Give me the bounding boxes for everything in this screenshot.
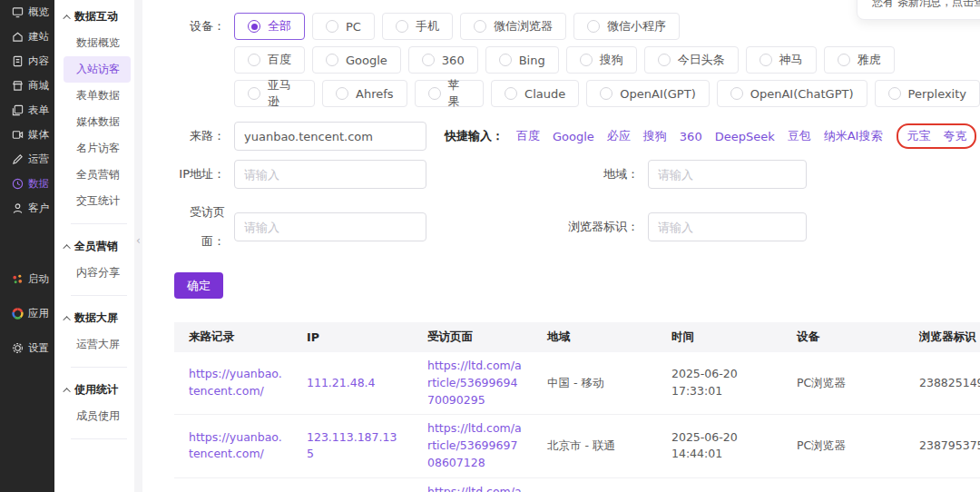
submenu-item-inbound-visitors[interactable]: 入站访客 bbox=[64, 56, 131, 83]
sidebar-item-label: 应用 bbox=[28, 307, 49, 320]
submenu-section-data-screen[interactable]: 数据大屏 bbox=[54, 305, 134, 331]
browser-id-input[interactable] bbox=[648, 212, 807, 241]
submenu-section-data-interaction[interactable]: 数据互动 bbox=[54, 4, 134, 30]
sidebar-item-label: 客户 bbox=[28, 202, 49, 215]
quick-link-bing[interactable]: 必应 bbox=[607, 128, 631, 144]
device-chip-openai-chatgpt[interactable]: OpenAI(ChatGPT) bbox=[717, 80, 867, 107]
visited-page-input[interactable] bbox=[234, 212, 426, 241]
device-chip-wechat-browser[interactable]: 微信浏览器 bbox=[460, 13, 566, 40]
chip-label: 苹果 bbox=[448, 77, 470, 110]
sidebar-item-overview[interactable]: 概览 bbox=[0, 0, 54, 25]
referrer-link[interactable]: https://yuanbao.tencent.com/ bbox=[174, 487, 292, 492]
quick-link-yuanbao[interactable]: 元宝 bbox=[906, 128, 930, 144]
chip-label: 百度 bbox=[268, 52, 291, 68]
device-chip-wechat-miniprogram[interactable]: 微信小程序 bbox=[573, 13, 680, 40]
device-chip-yahoo[interactable]: 雅虎 bbox=[824, 46, 895, 74]
quick-link-baidu[interactable]: 百度 bbox=[516, 128, 540, 144]
device-chip-pc[interactable]: PC bbox=[312, 13, 375, 40]
ip-link[interactable]: 111.21.48.4 bbox=[292, 369, 413, 398]
visited-page-link[interactable]: https://ltd.com/article/5369969708607128 bbox=[413, 415, 533, 477]
quick-link-doubao[interactable]: 豆包 bbox=[788, 128, 811, 144]
sidebar-item-launch[interactable]: 启动 bbox=[0, 269, 54, 289]
device-chip-group: 全部 PC 手机 微信浏览器 微信小程序 百度 Google 360 Bing … bbox=[234, 13, 980, 107]
visitor-table: 来路记录 IP 受访页面 地域 时间 设备 浏览器标识? https://yua… bbox=[174, 322, 980, 492]
store-icon bbox=[11, 80, 24, 93]
quick-link-360[interactable]: 360 bbox=[680, 130, 702, 143]
col-ip: IP bbox=[292, 330, 413, 344]
referrer-link[interactable]: https://yuanbao.tencent.com/ bbox=[174, 424, 292, 469]
sidebar-item-label: 商城 bbox=[28, 79, 49, 93]
submenu-section-usage-stats[interactable]: 使用统计 bbox=[54, 377, 134, 403]
device-chip-shenma[interactable]: 神马 bbox=[746, 46, 817, 74]
submenu-item-data-overview[interactable]: 数据概览 bbox=[54, 30, 134, 56]
sidebar-collapse-handle[interactable]: ‹ bbox=[134, 231, 142, 251]
device-chip-perplexity[interactable]: Perplexity bbox=[875, 80, 980, 107]
pen-icon bbox=[11, 153, 24, 166]
notification-tooltip[interactable]: 您有 条新消息，点击查看 bbox=[857, 0, 980, 20]
sidebar-item-site[interactable]: 建站 bbox=[0, 25, 54, 49]
quick-link-kuake[interactable]: 夸克 bbox=[943, 128, 966, 144]
video-icon bbox=[11, 129, 24, 142]
sidebar-item-label: 概览 bbox=[28, 5, 49, 19]
visited-page-link[interactable]: https://ltd.com/article/5369969470090295 bbox=[413, 352, 533, 414]
submenu-item-member-usage[interactable]: 成员使用 bbox=[54, 403, 134, 429]
device-chip-toutiao[interactable]: 今日头条 bbox=[644, 46, 739, 74]
device-chip-sogou[interactable]: 搜狗 bbox=[566, 46, 637, 74]
browser-id-cell: 238795375 bbox=[905, 432, 980, 460]
device-chip-all[interactable]: 全部 bbox=[234, 13, 305, 40]
ip-link[interactable]: 123.113.187.135 bbox=[292, 424, 413, 469]
submenu-item-content-share[interactable]: 内容分享 bbox=[54, 260, 134, 286]
submenu-item-operation-screen[interactable]: 运营大屏 bbox=[54, 331, 134, 358]
region-input[interactable] bbox=[648, 160, 807, 189]
quick-link-sogou[interactable]: 搜狗 bbox=[643, 128, 667, 144]
chip-label: 全部 bbox=[268, 18, 291, 34]
device-chip-apple[interactable]: 苹果 bbox=[415, 80, 484, 107]
time-cell: 2025-06-20 14:44:01 bbox=[657, 424, 782, 469]
sidebar-item-media[interactable]: 媒体 bbox=[0, 123, 54, 147]
ip-input[interactable] bbox=[234, 160, 426, 189]
submenu-item-all-staff-marketing[interactable]: 全员营销 bbox=[54, 162, 134, 188]
device-chip-baidu[interactable]: 百度 bbox=[234, 46, 305, 74]
device-chip-ahrefs[interactable]: Ahrefs bbox=[322, 80, 407, 107]
device-chip-claude[interactable]: Claude bbox=[491, 80, 579, 107]
submenu-item-form-data[interactable]: 表单数据 bbox=[54, 83, 134, 109]
submenu-item-interaction-stats[interactable]: 交互统计 bbox=[54, 188, 134, 214]
collapse-caret-icon bbox=[63, 316, 70, 323]
referrer-input[interactable] bbox=[234, 122, 426, 151]
quick-link-nami-ai[interactable]: 纳米AI搜索 bbox=[824, 128, 883, 144]
page-ua-row: 受访页面： 浏览器标识： bbox=[174, 198, 980, 256]
device-chip-google[interactable]: Google bbox=[312, 46, 401, 74]
divider bbox=[71, 367, 127, 368]
chip-label: 雅虎 bbox=[858, 52, 881, 68]
device-label: 设备： bbox=[174, 13, 225, 40]
sidebar-item-settings[interactable]: 设置 bbox=[0, 338, 54, 358]
confirm-button[interactable]: 确定 bbox=[174, 272, 223, 299]
sidebar-item-apps[interactable]: 应用 bbox=[0, 303, 54, 323]
device-chip-openai-gpt[interactable]: OpenAI(GPT) bbox=[586, 80, 709, 107]
sidebar-item-mall[interactable]: 商城 bbox=[0, 74, 54, 98]
sidebar-item-operation[interactable]: 运营 bbox=[0, 147, 54, 172]
sidebar-item-forms[interactable]: 表单 bbox=[0, 98, 54, 123]
region-cell: 中国 - 移动 bbox=[533, 369, 657, 398]
referrer-link[interactable]: https://yuanbao.tencent.com/ bbox=[174, 360, 292, 406]
device-chip-amazon[interactable]: 亚马逊 bbox=[234, 80, 315, 107]
radio-selected-icon bbox=[248, 20, 260, 33]
sidebar-item-customers[interactable]: 客户 bbox=[0, 196, 54, 221]
col-region: 地域 bbox=[533, 330, 657, 345]
submenu-item-card-visitors[interactable]: 名片访客 bbox=[54, 135, 134, 162]
sidebar-item-label: 内容 bbox=[28, 54, 49, 68]
device-chip-360[interactable]: 360 bbox=[408, 46, 478, 74]
chip-label: 手机 bbox=[416, 18, 439, 34]
time-cell: 2025-06-20 08:36:44 bbox=[657, 487, 782, 492]
sidebar-item-data[interactable]: 数据 bbox=[0, 172, 54, 196]
submenu-item-media-data[interactable]: 媒体数据 bbox=[54, 109, 134, 135]
visited-page-link[interactable]: https://ltd.com/article/5365656128433745 bbox=[413, 478, 533, 492]
submenu-section-marketing[interactable]: 全员营销 bbox=[54, 233, 134, 260]
device-chip-mobile[interactable]: 手机 bbox=[382, 13, 453, 40]
quick-link-deepseek[interactable]: DeepSeek bbox=[715, 130, 775, 143]
sidebar-item-content[interactable]: 内容 bbox=[0, 49, 54, 74]
apps-icon bbox=[11, 307, 24, 320]
visited-page-label: 受访页面： bbox=[174, 198, 225, 256]
device-chip-bing[interactable]: Bing bbox=[485, 46, 559, 74]
quick-link-google[interactable]: Google bbox=[553, 130, 594, 143]
